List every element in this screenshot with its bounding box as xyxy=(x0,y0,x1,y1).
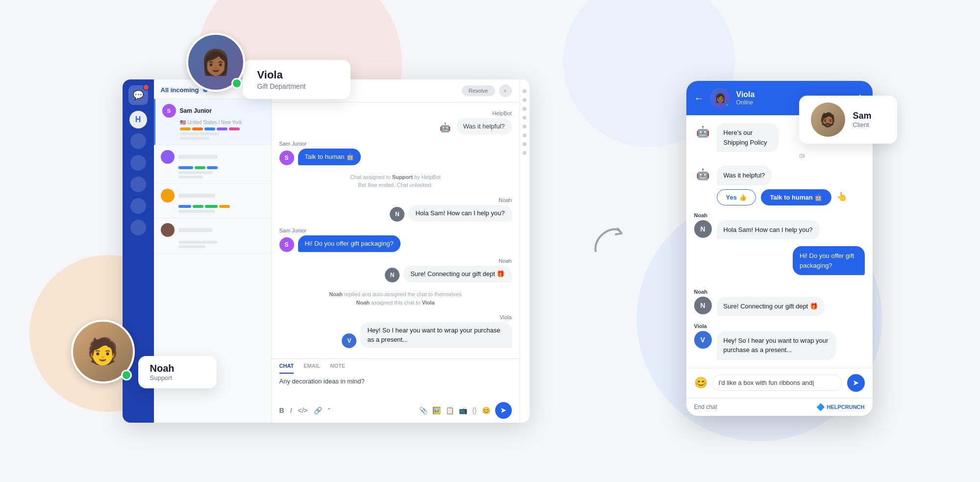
mobile-emoji-button[interactable]: 😊 xyxy=(694,377,707,389)
msg-sam-talk-human: Sam Junior S Talk to human 🤖 xyxy=(279,141,512,165)
msg-helpbot-sender: HelpBot xyxy=(279,110,512,116)
msg-sam-sender-1: Sam Junior xyxy=(279,141,512,147)
msg-helpbot-bubble: Was it helpful? xyxy=(456,118,512,135)
viola-name: Viola xyxy=(257,69,336,81)
mob-noah-sender-1: Noah xyxy=(694,212,865,218)
helpcrunch-brand: HELPCRUNCH xyxy=(827,404,864,410)
conv3-bars xyxy=(178,205,264,208)
mob-gift-timestamp: 09.45 ✓ xyxy=(847,277,865,282)
send-button[interactable]: ➤ xyxy=(495,402,512,419)
compose-tabs: CHAT EMAIL NOTE xyxy=(272,359,520,374)
mobile-footer: End chat 🔷 HELPCRUNCH xyxy=(686,398,873,416)
sam-msg-avatar-1: S xyxy=(279,151,294,165)
sam-conv-subtitle: 🇺🇸 United States / New York xyxy=(180,120,264,125)
compose-input-area[interactable]: Any decoration ideas in mind? xyxy=(272,374,520,398)
mob-noah-hola-bubble: Hola Sam! How can I help you? xyxy=(717,220,820,240)
mob-helpbot-icon-1: 🤖 xyxy=(694,123,712,141)
code2-icon[interactable]: {} xyxy=(472,406,477,414)
mobile-online-dot xyxy=(725,103,730,108)
mobile-back-button[interactable]: ← xyxy=(694,93,704,104)
image-icon[interactable]: 🖼️ xyxy=(432,406,441,414)
conv2-line2 xyxy=(178,176,203,178)
sidebar-icon-chat[interactable]: 💬 xyxy=(128,85,148,105)
mob-yes-button[interactable]: Yes 👍 xyxy=(717,189,756,205)
chat-messages: HelpBot Was it helpful? 🤖 Sam Junior S xyxy=(272,102,520,358)
italic-icon[interactable]: I xyxy=(290,406,292,414)
system-msg-2: Noah replied and auto-assigned the chat … xyxy=(279,290,512,306)
sam-conv-line xyxy=(180,132,219,135)
arrow-svg xyxy=(588,222,628,261)
conv2-name-placeholder xyxy=(178,155,218,159)
tab-note[interactable]: NOTE xyxy=(330,363,345,374)
right-dots-panel xyxy=(520,79,529,423)
noah-msg-avatar-2: N xyxy=(385,268,400,282)
right-dot-2 xyxy=(523,98,527,102)
video-icon[interactable]: 📺 xyxy=(459,406,467,414)
mob-noah-connecting-row: N Sure! Connecting our gift dept 🎁 xyxy=(694,297,865,316)
mob-viola-bubble: Hey! So I hear you want to wrap your pur… xyxy=(717,331,836,360)
mob-helpbot-icon-2: 🤖 xyxy=(694,166,712,183)
msg-noah-hola: Noah Hola Sam! How can I help you? N xyxy=(279,197,512,222)
resolve-button[interactable]: Resolve xyxy=(462,85,495,96)
right-dot-8 xyxy=(523,151,527,155)
notification-badge xyxy=(143,84,150,91)
msg-viola-bubble: Hey! So I hear you want to wrap your pur… xyxy=(360,322,511,348)
noah-role: Support xyxy=(150,374,205,381)
link-icon[interactable]: 🔗 xyxy=(314,406,322,414)
viola-online-dot xyxy=(231,78,242,89)
msg-sam-row-1: S Talk to human 🤖 xyxy=(279,149,512,165)
bold-icon[interactable]: B xyxy=(279,406,284,414)
conv-item-2[interactable] xyxy=(154,145,271,184)
mob-shipping-bubble: Here's our Shipping Policy xyxy=(717,123,779,152)
conv2-line xyxy=(178,171,213,174)
msg-sam-row-2: S Hi! Do you offer gift packaging? xyxy=(279,235,512,252)
conv-item-sam[interactable]: S Sam Junior 🇺🇸 United States / New York xyxy=(154,99,271,145)
viola-msg-avatar: V xyxy=(342,333,356,348)
mobile-send-button[interactable]: ➤ xyxy=(847,374,865,392)
mob-talk-human-button[interactable]: Talk to human 🤖 xyxy=(761,189,832,205)
tab-chat[interactable]: CHAT xyxy=(279,363,294,374)
conv-item-sam-header: S Sam Junior xyxy=(162,104,264,118)
noah-online-dot xyxy=(121,370,132,381)
emoji-icon[interactable]: 😊 xyxy=(482,406,490,414)
conv3-line xyxy=(178,210,215,213)
conv-item-4[interactable] xyxy=(154,218,271,254)
article-icon[interactable]: 📋 xyxy=(446,406,454,414)
chat-panel: Resolve ‹ HelpBot Was it helpful? 🤖 xyxy=(272,79,520,423)
helpbot-icon: 🤖 xyxy=(438,120,452,135)
tab-email[interactable]: EMAIL xyxy=(303,363,320,374)
conv-item-3-header xyxy=(161,189,264,203)
code-icon[interactable]: </> xyxy=(298,406,308,414)
compose-toolbar: B I </> 🔗 " 📎 🖼️ 📋 📺 {} 😊 xyxy=(272,398,520,423)
mob-noah-connecting-bubble: Sure! Connecting our gift dept 🎁 xyxy=(717,297,825,316)
transition-arrow xyxy=(578,222,637,261)
quote-icon[interactable]: " xyxy=(328,406,330,414)
conv-item-3[interactable] xyxy=(154,184,271,218)
msg-helpbot-row: Was it helpful? 🤖 xyxy=(279,118,512,135)
msg-noah-sender-2: Noah xyxy=(279,258,512,264)
end-chat-link[interactable]: End chat xyxy=(694,404,717,410)
conv3-avatar xyxy=(161,189,175,203)
noah-info-card: Noah Support xyxy=(138,356,217,388)
sam-conv-avatar: S xyxy=(162,104,176,118)
sam-client-role: Client xyxy=(853,121,872,128)
sam-client-name: Sam xyxy=(853,111,872,121)
desktop-ui: 👩🏾 Viola Gift Department 🧑 Noah Support xyxy=(98,50,539,432)
sidebar-dot-5 xyxy=(130,220,146,235)
msg-sam-gift: Sam Junior S Hi! Do you offer gift packa… xyxy=(279,228,512,252)
mob-noah-hola-row: N Hola Sam! How can I help you? xyxy=(694,220,865,240)
sam-conv-name: Sam Junior xyxy=(180,107,212,114)
conv2-avatar xyxy=(161,150,175,164)
mob-viola-av: V xyxy=(694,331,712,349)
right-dot-5 xyxy=(523,125,527,128)
mob-msg-noah-hola: Noah N Hola Sam! How can I help you? xyxy=(694,212,865,240)
attachment-icon[interactable]: 📎 xyxy=(419,406,427,414)
chat-header-actions: Resolve ‹ xyxy=(462,84,512,97)
mobile-input[interactable]: I'd like a box with fun ribbons and| xyxy=(712,375,842,391)
header-more-btn[interactable]: ‹ xyxy=(499,84,512,97)
sam-client-avatar: 🧔🏾 xyxy=(811,102,845,137)
noah-msg-avatar-1: N xyxy=(390,207,404,222)
mob-helpful-row: 🤖 Was it helpful? xyxy=(694,166,865,185)
msg-noah-hola-bubble: Hola Sam! How can I help you? xyxy=(408,205,511,222)
mob-sam-gift-row: Hi! Do you offer gift packaging? 09.45 ✓ xyxy=(694,246,865,282)
